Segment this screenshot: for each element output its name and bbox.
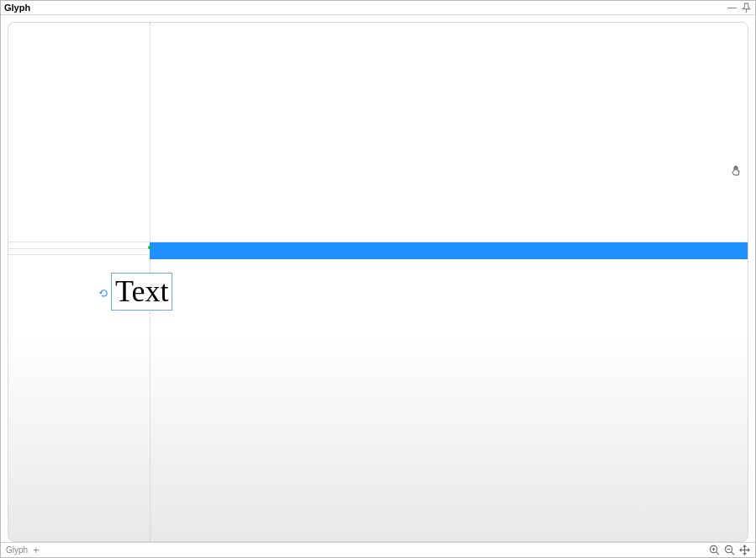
- panel-header: Glyph: [1, 1, 755, 15]
- text-content: Text: [115, 274, 168, 310]
- footer-tabs: Glyph +: [6, 545, 39, 556]
- rotate-handle-icon[interactable]: [99, 289, 108, 298]
- pin-icon[interactable]: [741, 3, 752, 13]
- svg-line-6: [731, 552, 733, 555]
- footer-zoom-controls: [708, 545, 750, 556]
- panel-title: Glyph: [4, 3, 30, 13]
- hand-cursor-icon: [730, 164, 743, 178]
- svg-line-2: [716, 552, 718, 555]
- snap-point-icon: [148, 246, 151, 249]
- zoom-in-icon[interactable]: [708, 545, 720, 556]
- brush-stroke[interactable]: [150, 242, 748, 259]
- zoom-out-icon[interactable]: [723, 545, 735, 556]
- header-actions: [727, 3, 752, 13]
- glyph-tab[interactable]: Glyph: [6, 545, 28, 555]
- panel-footer: Glyph +: [1, 542, 755, 557]
- text-annotation[interactable]: Text: [111, 273, 172, 311]
- pan-icon[interactable]: [738, 545, 750, 556]
- glyph-canvas[interactable]: Text: [8, 22, 748, 542]
- add-tab-button[interactable]: +: [33, 545, 39, 556]
- minimize-icon[interactable]: [727, 3, 737, 13]
